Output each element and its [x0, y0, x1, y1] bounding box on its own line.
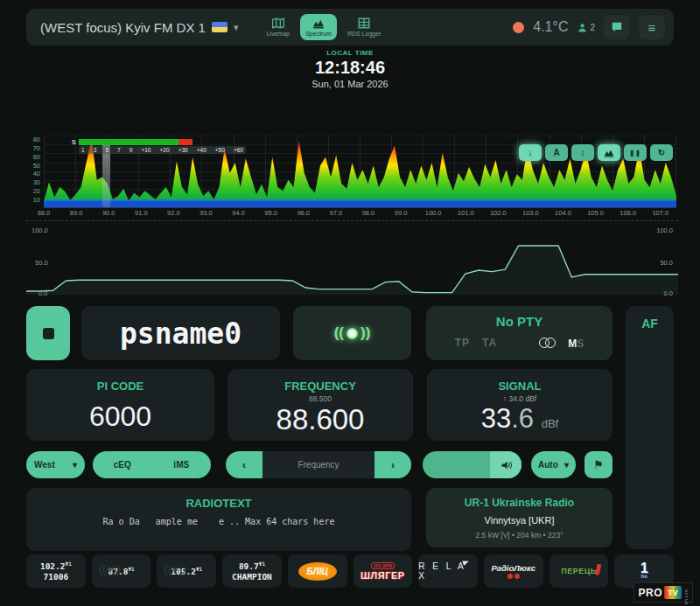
af-list-panel[interactable]: AF [626, 306, 674, 549]
history-y-label: 100.0 [656, 226, 673, 234]
ukraine-flag-icon [212, 22, 228, 32]
preset-name: CHAMPION [232, 572, 272, 582]
s-meter-tick: 7 [117, 147, 121, 153]
chevron-down-icon: ▾ [564, 460, 569, 470]
s-meter-tick: 3 [94, 147, 97, 153]
nav-rds-logger[interactable]: RDS Logger [342, 14, 387, 40]
preset-freq: 89.7 [239, 561, 259, 571]
stereo-dot-icon [346, 328, 358, 339]
one-fm-logo: 1 [640, 563, 648, 574]
s-meter-tick: 1 [81, 147, 85, 153]
antenna-indicator: Ψ1 [128, 566, 134, 572]
ms-s: S [577, 338, 584, 350]
pty-card: No PTY TP TA MS [426, 306, 612, 360]
preset-station-button[interactable]: ((●)) 87.8Ψ1 [92, 554, 151, 588]
signal-label: SIGNAL [427, 380, 612, 393]
nav-rds-logger-label: RDS Logger [347, 31, 382, 37]
vertical-scale-button[interactable]: ↕ [571, 144, 594, 161]
chat-button[interactable] [604, 15, 630, 39]
refresh-icon: ↻ [658, 148, 665, 157]
preset-station-button[interactable]: R E L A X [418, 554, 478, 588]
temperature-value: 4.1°C [533, 19, 568, 35]
af-label: AF [626, 317, 674, 331]
history-y-label: 0.0 [664, 289, 673, 297]
preset-pi: 71006 [44, 572, 69, 582]
flag-button[interactable]: ⚑ [584, 451, 612, 478]
preset-station-button[interactable]: РадіоЛюкс [484, 554, 543, 588]
pi-code-label: PI CODE [26, 380, 214, 393]
pro-tv-watermark: PRO TV NET.UA [634, 582, 693, 603]
tune-up-button[interactable]: › [374, 451, 411, 478]
auto-range-button[interactable]: A [545, 144, 568, 161]
station-name: UR-1 Ukrainske Radio [426, 497, 612, 509]
y-axis-label: 50 [33, 162, 40, 170]
radiotext-label: RADIOTEXT [26, 497, 411, 510]
x-axis-label: 92.0 [158, 209, 189, 217]
header-nav: Livemap Spectrum RDS Logger [261, 14, 386, 40]
pause-button[interactable]: ❚❚ [624, 144, 647, 161]
user-icon [577, 22, 588, 33]
nav-livemap[interactable]: Livemap [261, 14, 294, 40]
preset-station-button[interactable]: 102.2Ψ1 71006 [26, 554, 86, 588]
s-meter-ticks: 13579+10+20+30+40+50+60 [79, 146, 246, 154]
pro-tv-net: NET.UA [684, 590, 689, 596]
preset-station-button[interactable]: 101.9FM ШЛЯГЕР [354, 554, 413, 588]
pro-tv-text: PRO [638, 587, 662, 599]
listener-count: 2 [577, 22, 595, 33]
volume-speaker-section[interactable] [490, 451, 522, 478]
s-meter-tick: +10 [141, 147, 150, 153]
pause-icon: ❚❚ [629, 150, 641, 157]
ta-flag: TA [482, 337, 497, 349]
volume-slider[interactable] [423, 451, 522, 478]
menu-button[interactable]: ≡ [639, 15, 665, 39]
graph-style-button[interactable] [598, 144, 620, 161]
volume-track[interactable] [423, 451, 490, 478]
s-meter-tick: 9 [130, 147, 133, 153]
stop-square-icon [43, 328, 54, 339]
refresh-button[interactable]: ↻ [650, 144, 673, 161]
spectrum-plot[interactable]: S 13579+10+20+30+40+50+60 ↓ A ↕ ❚❚ ↻ [44, 136, 676, 208]
preset-station-button[interactable]: 89.7Ψ1 CHAMPION [222, 554, 282, 588]
preset-station-button[interactable]: ((●)) 105.2Ψ1 [157, 554, 216, 588]
server-title: (WEST focus) Kyiv FM DX 1 [40, 20, 206, 35]
preset-station-button[interactable]: БЛІЦ [288, 554, 347, 588]
server-selector[interactable]: (WEST focus) Kyiv FM DX 1 ▾ [40, 20, 238, 35]
snap-down-button[interactable]: ↓ [519, 144, 542, 161]
x-axis-label: 101.0 [450, 209, 481, 217]
frequency-card: FREQUENCY 88.500 88.600 [228, 369, 413, 441]
tp-flag: TP [455, 337, 470, 349]
s-meter-label: S [72, 139, 76, 145]
s-meter-bar [79, 139, 181, 145]
antenna-select[interactable]: West ▾ [26, 451, 85, 478]
preset-station-button[interactable]: ПЕРЕЦЬ [550, 554, 609, 588]
history-y-label: 0.0 [38, 289, 47, 297]
ceq-toggle[interactable]: cEQ [93, 460, 152, 470]
hamburger-icon: ≡ [648, 20, 656, 35]
app-root: (WEST focus) Kyiv FM DX 1 ▾ Livemap Spec… [0, 0, 700, 606]
x-axis-label: 95.0 [256, 209, 287, 217]
x-axis-label: 90.0 [93, 209, 124, 217]
stereo-indicator-card[interactable]: (( )) [293, 306, 411, 360]
record-stop-button[interactable] [26, 306, 70, 360]
letter-a-icon: A [553, 148, 559, 157]
ims-toggle[interactable]: iMS [152, 460, 212, 470]
spectrum-chart-icon [312, 17, 325, 29]
signal-card: SIGNAL ↑ 34.0 dBf 33.6 dBf [427, 369, 612, 441]
s-meter: S 13579+10+20+30+40+50+60 [72, 139, 247, 154]
pro-tv-screen-icon: TV [664, 586, 682, 599]
x-axis-label: 106.0 [612, 209, 644, 217]
x-axis-label: 91.0 [125, 209, 157, 217]
pepper-icon [595, 564, 602, 576]
station-details: 2.5 kW [V] • 204 km • 223° [426, 531, 612, 540]
nav-spectrum[interactable]: Spectrum [300, 14, 337, 40]
x-axis-label: 93.0 [190, 209, 221, 217]
frequency-input[interactable]: Frequency [262, 451, 374, 478]
x-axis-label: 97.0 [320, 209, 352, 217]
shlyager-freq-badge: 101.9FM [371, 562, 396, 569]
tune-down-button[interactable]: ‹ [226, 451, 262, 478]
perets-logo: ПЕРЕЦЬ [561, 567, 597, 575]
radiotext-line: Ra o Da ample me e .. Max 64 chars here [26, 517, 411, 526]
mode-select[interactable]: Auto ▾ [531, 451, 576, 478]
frequency-label: FREQUENCY [228, 380, 413, 393]
s-meter-tick: +20 [160, 147, 170, 153]
